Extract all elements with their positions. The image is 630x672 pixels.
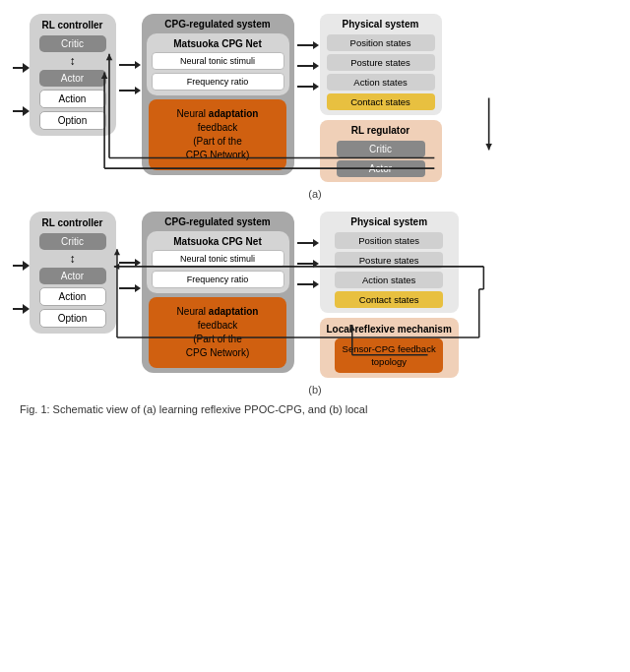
neural-adapt-a: Neural adaptation feedback (Part of the … <box>149 99 286 170</box>
option-box-a: Option <box>39 111 106 130</box>
option-box-b: Option <box>39 309 106 328</box>
rl-to-cpg-arrows-b <box>119 212 141 292</box>
caption-b: (b) <box>10 384 620 396</box>
diagram-a-main-row: RL controller Critic ↕ Actor Action Opti… <box>13 14 618 182</box>
left-input-arrow-a <box>13 14 30 116</box>
position-states-b: Position states <box>335 232 443 249</box>
sensor-cpg-b: Sensor-CPG feedback topology <box>335 338 443 373</box>
caption-a: (a) <box>10 188 620 200</box>
reg-actor-a: Actor <box>337 160 425 177</box>
diagram-b: RL controller Critic ↕ Actor Action Opti… <box>13 208 618 382</box>
neural-tonic-b: Neural tonic stimuli <box>152 250 284 268</box>
cpg-inner-b: Matsuoka CPG Net Neural tonic stimuli Fr… <box>147 231 289 293</box>
rl-controller-b: RL controller Critic ↕ Actor Action Opti… <box>30 212 116 334</box>
diagram-a: RL controller Critic ↕ Actor Action Opti… <box>13 10 618 186</box>
action-states-a: Action states <box>327 74 435 91</box>
local-reflex-title-b: Local reflexive mechanism <box>327 323 452 336</box>
cpg-system-b: CPG-regulated system Matsuoka CPG Net Ne… <box>142 212 294 373</box>
posture-states-b: Posture states <box>335 252 443 269</box>
action-box-b: Action <box>39 287 106 306</box>
physical-title-a: Physical system <box>343 19 419 30</box>
double-arrow-b: ↕ <box>70 253 76 265</box>
freq-ratio-a: Frequency ratio <box>152 73 284 91</box>
contact-states-a: Contact states <box>327 93 435 110</box>
diagram-a-section: RL controller Critic ↕ Actor Action Opti… <box>10 10 620 200</box>
cpg-outer-title-a: CPG-regulated system <box>164 19 270 30</box>
right-col-a: Physical system Position states Posture … <box>320 14 442 182</box>
cpg-outer-title-b: CPG-regulated system <box>164 216 270 227</box>
critic-box-a: Critic <box>39 35 106 52</box>
posture-states-a: Posture states <box>327 54 435 71</box>
page-container: RL controller Critic ↕ Actor Action Opti… <box>10 10 620 415</box>
figure-caption: Fig. 1: Schematic view of (a) learning r… <box>10 403 620 415</box>
freq-ratio-b: Frequency ratio <box>152 271 284 288</box>
cpg-to-phys-arrows-b <box>297 212 319 288</box>
left-input-arrow-b <box>13 212 30 314</box>
double-arrow-a: ↕ <box>70 55 76 67</box>
physical-system-a: Physical system Position states Posture … <box>320 14 442 115</box>
right-col-b: Physical system Position states Posture … <box>320 212 459 378</box>
cpg-inner-a: Matsuoka CPG Net Neural tonic stimuli Fr… <box>147 33 289 95</box>
diagram-b-section: RL controller Critic ↕ Actor Action Opti… <box>10 208 620 396</box>
cpg-inner-title-a: Matsuoka CPG Net <box>173 38 261 49</box>
cpg-system-a: CPG-regulated system Matsuoka CPG Net Ne… <box>142 14 294 175</box>
diagram-b-main-row: RL controller Critic ↕ Actor Action Opti… <box>13 212 618 378</box>
contact-states-b: Contact states <box>335 291 443 308</box>
action-box-a: Action <box>39 90 106 108</box>
action-states-b: Action states <box>335 272 443 288</box>
rl-controller-title-a: RL controller <box>41 20 102 31</box>
reg-critic-a: Critic <box>337 141 425 157</box>
rl-to-cpg-arrows-a <box>119 14 141 94</box>
local-reflex-b: Local reflexive mechanism Sensor-CPG fee… <box>320 318 459 378</box>
actor-box-b: Actor <box>39 268 106 284</box>
neural-adapt-b: Neural adaptation feedback (Part of the … <box>149 297 286 368</box>
rl-regulator-title-a: RL regulator <box>351 125 410 136</box>
cpg-to-phys-arrows-a <box>297 14 319 91</box>
actor-box-a: Actor <box>39 70 106 87</box>
position-states-a: Position states <box>327 34 435 51</box>
physical-title-b: Physical system <box>350 216 427 227</box>
cpg-inner-title-b: Matsuoka CPG Net <box>173 236 261 247</box>
critic-box-b: Critic <box>39 233 106 250</box>
neural-tonic-a: Neural tonic stimuli <box>152 52 284 70</box>
rl-controller-title-b: RL controller <box>41 217 102 228</box>
rl-controller-a: RL controller Critic ↕ Actor Action Opti… <box>30 14 116 136</box>
rl-regulator-a: RL regulator Critic Actor <box>320 120 442 182</box>
physical-system-b: Physical system Position states Posture … <box>320 212 459 313</box>
